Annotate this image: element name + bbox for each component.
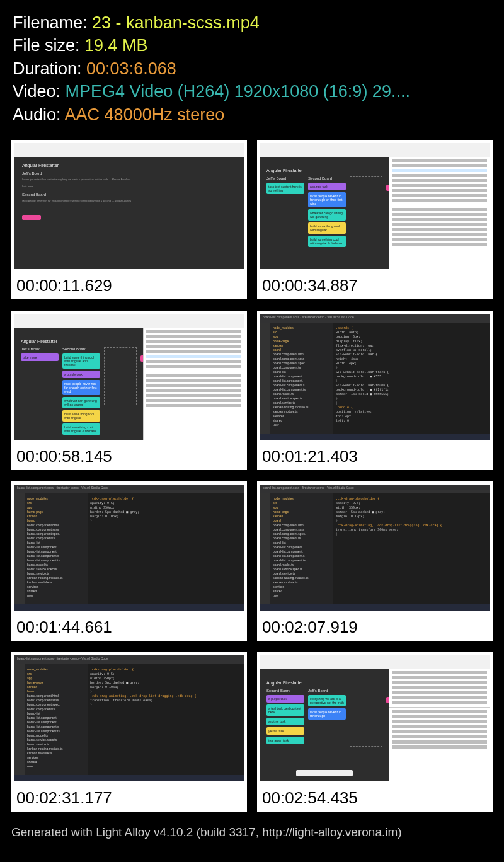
kanban-card: most people never run far enough on thei… <box>62 380 100 395</box>
col-head: Second Board <box>62 347 100 351</box>
vscode-activitybar <box>260 323 270 440</box>
audio-value: AAC 48000Hz stereo <box>65 105 225 124</box>
kanban-card: teal again task <box>266 737 304 744</box>
filesize-label: File size: <box>13 36 84 55</box>
app-panel: Angular Firestarter Second Board a purpl… <box>260 669 389 781</box>
thumbnail-image: board-list.component.scss - firestarter-… <box>257 481 493 614</box>
kanban-card: build something cool with angular & fire… <box>62 423 100 435</box>
kanban-card: build some thing cool with angular and f… <box>62 353 100 369</box>
empty-column: New Board <box>350 689 382 747</box>
board-heading: Jeff's Board <box>22 171 236 175</box>
vscode-explorer: node_modulessrcapphome-pagekanbanboardbo… <box>270 493 333 611</box>
app-panel: Angular Firestarter Jeff's Board task te… <box>260 157 389 269</box>
col-head: Jeff's Board <box>266 176 304 180</box>
vscode-statusbar <box>14 775 244 781</box>
kanban-card: a purple task <box>62 371 100 378</box>
kanban-card: most people never run far enough <box>308 708 346 720</box>
vscode-window: board-list.component.scss - firestarter-… <box>260 485 490 611</box>
thumbnail-image: Angular Firestarter Jeff's Board Lorem i… <box>11 140 247 272</box>
thumbnail-image: Angular Firestarter Second Board a purpl… <box>257 652 493 784</box>
vscode-statusbar <box>260 434 490 440</box>
vscode-titlebar: board-list.component.scss - firestarter-… <box>14 655 244 664</box>
kanban-card: everything we are is a perspective not t… <box>308 695 346 706</box>
app-panel: Angular Firestarter Jeff's Board take mo… <box>14 328 143 440</box>
timestamp: 00:02:54.435 <box>257 784 493 812</box>
vscode-window: board-list.component.scss - firestarter-… <box>14 485 244 611</box>
button-pink <box>22 215 41 220</box>
vscode-editor: .cdk-drag-placeholder { opacity: 0.5; wi… <box>88 493 244 604</box>
vscode-explorer: node_modulessrcapphome-pagekanbanboardbo… <box>270 323 333 440</box>
vscode-editor: .cdk-drag-placeholder { opacity: 0.5; wi… <box>88 664 244 775</box>
vscode-titlebar: board-list.component.scss - firestarter-… <box>260 485 490 493</box>
vscode-activitybar <box>260 493 270 611</box>
devtools-panel <box>143 328 244 440</box>
kanban-column: Second Board build some thing cool with … <box>62 347 100 437</box>
vscode-window: board-list.component.scss - firestarter-… <box>260 314 490 440</box>
text-line: Lorem ipsum text line content everything… <box>22 178 236 181</box>
filename-value: 23 - kanban-scss.mp4 <box>92 13 260 32</box>
kanban-card: task text content here is something <box>266 183 304 194</box>
devtools-panel <box>389 157 490 269</box>
dialog-bar <box>296 770 353 776</box>
kanban-column: Jeff's Board take more <box>21 347 59 437</box>
kanban-card: build some thing cool with angular <box>308 222 346 234</box>
browser-chrome <box>14 314 244 328</box>
thumbnail: Angular Firestarter Jeff's Board task te… <box>257 140 493 299</box>
timestamp: 00:00:58.145 <box>11 443 247 470</box>
vscode-explorer: node_modulessrcapphome-pagekanbanboardbo… <box>25 493 88 611</box>
thumbnail: board-list.component.scss - firestarter-… <box>11 481 247 641</box>
video-label: Video: <box>13 82 66 101</box>
filesize-value: 19.4 MB <box>84 36 148 55</box>
kanban-area: Jeff's Board task text content here is s… <box>266 176 382 249</box>
vscode-activitybar <box>14 493 25 611</box>
kanban-card: build some thing cool with angular <box>62 410 100 422</box>
timestamp: 00:01:44.661 <box>11 614 247 641</box>
browser-chrome <box>14 143 244 157</box>
kanban-area: Second Board a purple task a teal task c… <box>266 689 382 747</box>
kanban-card: a purple task <box>266 695 304 703</box>
empty-column: New Board <box>104 347 137 405</box>
thumbnail: Angular Firestarter Jeff's Board Lorem i… <box>11 140 247 299</box>
app-title: Angular Firestarter <box>266 168 382 173</box>
kanban-card: yellow task <box>266 727 304 735</box>
thumbnail-image: board-list.component.scss - firestarter-… <box>11 481 247 614</box>
vscode-titlebar: board-list.component.scss - firestarter-… <box>14 485 244 493</box>
kanban-column: Jeff's Board everything we are is a pers… <box>308 689 346 747</box>
kanban-card: a purple task <box>308 183 346 190</box>
kanban-column: Jeff's Board task text content here is s… <box>266 176 304 249</box>
col-head: Second Board <box>308 176 346 180</box>
col-head: Jeff's Board <box>21 347 59 351</box>
thumbnail: board-list.component.scss - firestarter-… <box>257 481 493 641</box>
empty-column: New Board <box>350 176 382 234</box>
thumbnail-image: board-list.component.scss - firestarter-… <box>257 311 493 443</box>
kanban-card: whatever can go wrong will go wrong <box>62 397 100 408</box>
timestamp: 00:02:07.919 <box>257 614 493 641</box>
vscode-statusbar <box>260 604 490 611</box>
vscode-explorer: node_modulessrcapphome-pagekanbanboardbo… <box>25 664 88 781</box>
timestamp: 00:00:11.629 <box>11 272 247 299</box>
timestamp: 00:01:21.403 <box>257 443 493 470</box>
kanban-card: build something cool with angular & fire… <box>308 236 346 247</box>
kanban-area: Jeff's Board take more Second Board buil… <box>21 347 137 437</box>
app-title: Angular Firestarter <box>266 681 382 685</box>
text-line: Lots more <box>22 185 236 188</box>
vscode-activitybar <box>14 664 25 781</box>
col-head: Jeff's Board <box>308 689 346 692</box>
thumbnail: Angular Firestarter Second Board a purpl… <box>257 652 493 812</box>
filename-label: Filename: <box>13 13 92 32</box>
kanban-column: Second Board a purple task a teal task c… <box>266 689 304 747</box>
audio-label: Audio: <box>13 105 65 124</box>
browser-chrome <box>260 655 490 669</box>
kanban-card: a teal task card content here <box>266 704 304 716</box>
duration-label: Duration: <box>13 59 86 78</box>
thumbnail-image: board-list.component.scss - firestarter-… <box>11 652 247 784</box>
video-value: MPEG4 Video (H264) 1920x1080 (16:9) 29..… <box>66 82 410 101</box>
duration-row: Duration: 00:03:6.068 <box>13 57 491 80</box>
vscode-editor: .cdk-drag-placeholder { opacity: 0.5; wi… <box>333 493 490 604</box>
devtools-panel <box>389 669 490 781</box>
vscode-window: board-list.component.scss - firestarter-… <box>14 655 244 781</box>
thumbnail: board-list.component.scss - firestarter-… <box>11 652 247 812</box>
kanban-column: Second Board a purple task most people n… <box>308 176 346 249</box>
generator-footer: Generated with Light Alloy v4.10.2 (buil… <box>0 818 504 839</box>
thumbnail: board-list.component.scss - firestarter-… <box>257 311 493 470</box>
